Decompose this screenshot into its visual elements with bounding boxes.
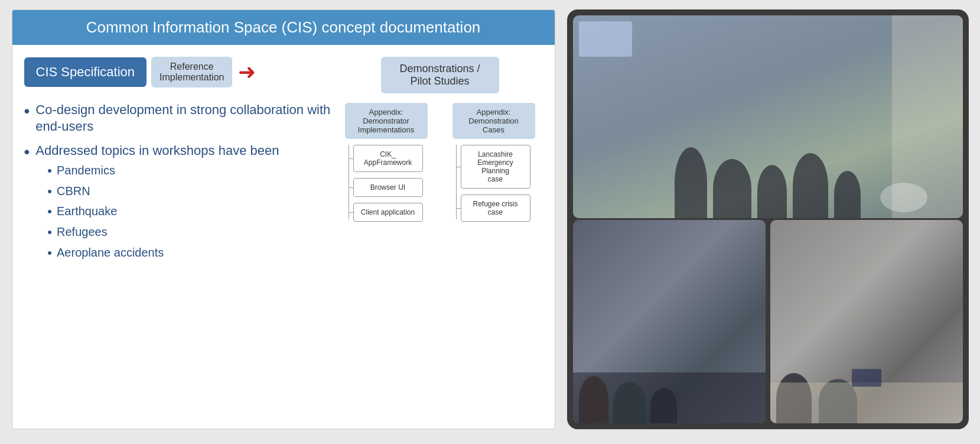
table-decoration	[880, 183, 927, 212]
table-br	[770, 383, 963, 423]
main-container: Common Information Space (CIS) concept d…	[12, 9, 969, 435]
bullet-item-2: Addressed topics in workshops have been …	[24, 142, 331, 265]
table-bl	[573, 372, 766, 423]
bullet-item-1: Co-design development in strong collabor…	[24, 102, 331, 135]
demos-pilot-box-wrapper: Demonstrations / Pilot Studies	[337, 57, 543, 103]
left-content: CIS Specification Reference Implementati…	[24, 57, 331, 423]
photo-top	[573, 15, 963, 219]
photos-panel	[567, 9, 969, 429]
tree-item-lancashire: LancashireEmergency Planningcase	[461, 145, 530, 189]
diagram-col-right: Appendix: Demonstration Cases Lancashire…	[445, 103, 543, 228]
person-3	[757, 165, 787, 218]
screen-decoration	[579, 21, 632, 57]
tree-item-cik: CIK_ AppFramework	[353, 145, 423, 172]
person-2	[713, 159, 751, 218]
slide-panel: Common Information Space (CIS) concept d…	[12, 9, 555, 429]
top-boxes-row: CIS Specification Reference Implementati…	[24, 57, 331, 87]
tree-item-client-app: Client application	[353, 203, 423, 222]
photo-scene-top	[573, 15, 963, 219]
arrow-icon: ➜	[238, 61, 256, 83]
sub-bullet-cbrn: CBRN	[47, 183, 279, 200]
sub-bullet-earthquake: Earthquake	[47, 203, 279, 221]
tree-item-browser-ui: Browser UI	[353, 178, 423, 197]
tree-left-container: CIK_ AppFramework Browser UI Client appl…	[345, 145, 428, 228]
photo-bottom-left	[573, 220, 766, 423]
tree-right-container: LancashireEmergency Planningcase Refugee…	[452, 145, 535, 228]
photo-bottom-row	[573, 220, 963, 423]
slide-title: Common Information Space (CIS) concept d…	[12, 10, 555, 45]
diagram-col-left: Appendix: Demonstrator Implementations C…	[337, 103, 435, 228]
sub-bullet-list: Pandemics CBRN Earthquake Refugees Aerop…	[47, 163, 279, 261]
demonstrations-pilot-box: Demonstrations / Pilot Studies	[381, 57, 499, 93]
appendix-demonstrator-box: Appendix: Demonstrator Implementations	[345, 103, 428, 139]
person-4	[793, 153, 828, 218]
person-5	[834, 171, 861, 218]
cis-specification-box: CIS Specification	[24, 57, 147, 87]
person-1	[675, 147, 707, 218]
laptop-hint	[852, 369, 881, 387]
bullet-list: Co-design development in strong collabor…	[24, 102, 331, 273]
photo-bottom-right	[770, 220, 963, 423]
sub-bullet-refugees: Refugees	[47, 224, 279, 241]
slide-body: CIS Specification Reference Implementati…	[12, 45, 555, 429]
sub-bullet-pandemics: Pandemics	[47, 163, 279, 180]
photo-scene-bottom-left	[573, 220, 766, 423]
reference-implementation-box: Reference Implementation	[151, 57, 232, 87]
appendix-demonstration-box: Appendix: Demonstration Cases	[452, 103, 535, 139]
photo-scene-bottom-right	[770, 220, 963, 423]
sub-bullet-aeroplane: Aeroplane accidents	[47, 245, 279, 262]
tree-item-refugee: Refugee crisis case	[461, 195, 530, 222]
diagram-columns: Appendix: Demonstrator Implementations C…	[337, 103, 543, 228]
right-diagram: Demonstrations / Pilot Studies Appendix:…	[337, 57, 543, 423]
